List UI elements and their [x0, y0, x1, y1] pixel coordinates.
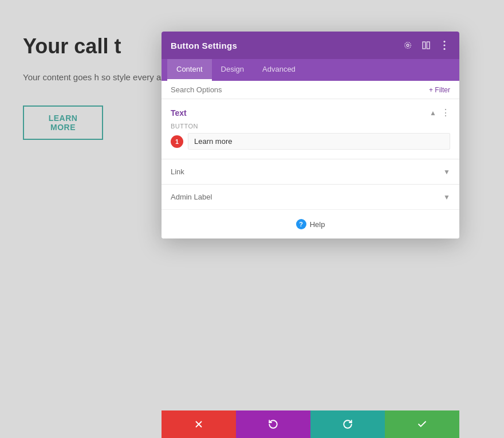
help-icon: ?	[296, 219, 306, 229]
section-controls: ▲ ⋮	[430, 107, 450, 118]
section-more-icon[interactable]: ⋮	[441, 107, 450, 118]
button-text-input[interactable]	[188, 133, 450, 150]
svg-rect-2	[423, 42, 426, 49]
help-row: ? Help	[162, 209, 459, 238]
search-bar: + Filter	[162, 81, 459, 99]
link-accordion[interactable]: Link ▼	[162, 159, 459, 184]
panel-header: Button Settings	[162, 32, 459, 59]
collapse-icon[interactable]: ▲	[430, 109, 436, 117]
tab-bar: Content Design Advanced	[162, 59, 459, 81]
text-section-header: Text ▲ ⋮	[162, 99, 459, 123]
svg-point-4	[443, 41, 445, 42]
svg-rect-3	[427, 42, 430, 49]
help-label[interactable]: Help	[310, 220, 325, 229]
panel-title: Button Settings	[171, 41, 237, 50]
button-field-input-row: 1	[171, 133, 450, 150]
columns-icon[interactable]	[420, 40, 432, 51]
tab-content[interactable]: Content	[167, 59, 212, 81]
button-field-label: Button	[171, 123, 450, 130]
focus-icon[interactable]	[402, 40, 414, 51]
svg-point-5	[443, 44, 445, 46]
reset-button[interactable]	[236, 410, 310, 438]
button-field-group: Button 1	[162, 123, 459, 159]
tab-design[interactable]: Design	[212, 59, 253, 81]
link-chevron-icon: ▼	[443, 168, 450, 176]
tab-advanced[interactable]: Advanced	[253, 59, 305, 81]
link-label: Link	[171, 167, 184, 176]
section-title: Text	[171, 108, 187, 118]
cancel-button[interactable]	[162, 410, 236, 438]
svg-point-1	[405, 42, 411, 49]
panel-header-icons	[402, 40, 450, 51]
more-icon[interactable]	[439, 40, 450, 51]
settings-panel: Button Settings Content Design Advanced	[162, 32, 459, 238]
redo-button[interactable]	[310, 410, 385, 438]
svg-point-0	[407, 44, 409, 46]
admin-label-text: Admin Label	[171, 193, 212, 201]
panel-body: Text ▲ ⋮ Button 1 Link ▼ Admin Label ▼	[162, 99, 459, 238]
search-input[interactable]	[171, 85, 429, 94]
svg-point-6	[443, 48, 445, 50]
action-bar	[162, 410, 459, 438]
save-button[interactable]	[385, 410, 459, 438]
filter-button[interactable]: + Filter	[429, 86, 450, 94]
admin-label-accordion[interactable]: Admin Label ▼	[162, 184, 459, 209]
admin-label-chevron-icon: ▼	[443, 193, 450, 201]
step-badge: 1	[171, 135, 183, 148]
